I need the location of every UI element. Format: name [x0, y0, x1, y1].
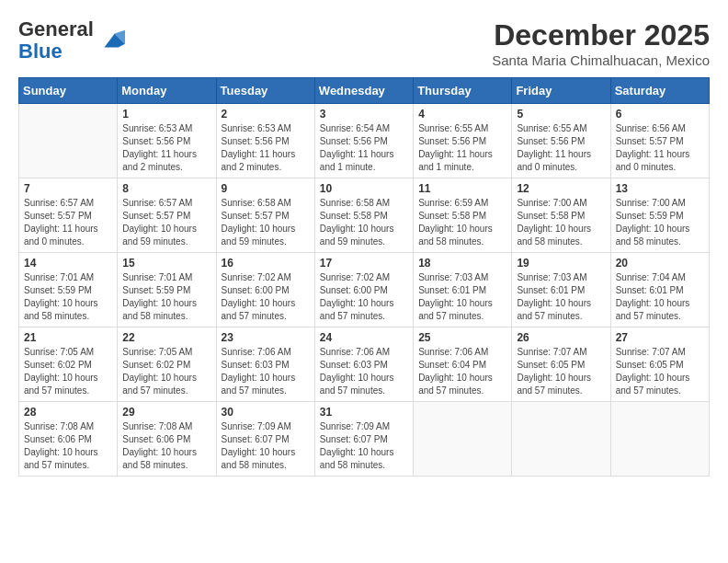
calendar-cell: 24Sunrise: 7:06 AM Sunset: 6:03 PM Dayli…: [314, 327, 413, 402]
day-info: Sunrise: 7:02 AM Sunset: 6:00 PM Dayligh…: [222, 271, 310, 323]
day-info: Sunrise: 6:57 AM Sunset: 5:57 PM Dayligh…: [24, 197, 112, 248]
day-number: 16: [222, 257, 310, 270]
calendar-cell: 5Sunrise: 6:55 AM Sunset: 5:56 PM Daylig…: [512, 104, 610, 178]
day-header-monday: Monday: [118, 78, 216, 104]
day-info: Sunrise: 6:55 AM Sunset: 5:56 PM Dayligh…: [418, 122, 506, 174]
calendar-cell: 12Sunrise: 7:00 AM Sunset: 5:58 PM Dayli…: [512, 178, 610, 253]
calendar-cell: 17Sunrise: 7:02 AM Sunset: 6:00 PM Dayli…: [314, 253, 413, 327]
day-number: 31: [320, 406, 408, 419]
day-info: Sunrise: 7:06 AM Sunset: 6:04 PM Dayligh…: [418, 346, 506, 397]
day-number: 15: [122, 257, 210, 270]
calendar-table: SundayMondayTuesdayWednesdayThursdayFrid…: [18, 77, 710, 477]
day-number: 17: [320, 257, 408, 270]
calendar-cell: 23Sunrise: 7:06 AM Sunset: 6:03 PM Dayli…: [216, 327, 314, 402]
logo: General Blue: [18, 18, 125, 63]
day-number: 27: [616, 331, 704, 344]
day-info: Sunrise: 6:55 AM Sunset: 5:56 PM Dayligh…: [517, 122, 605, 174]
calendar-week-row: 1Sunrise: 6:53 AM Sunset: 5:56 PM Daylig…: [19, 104, 710, 178]
day-info: Sunrise: 6:53 AM Sunset: 5:56 PM Dayligh…: [122, 122, 210, 174]
calendar-week-row: 7Sunrise: 6:57 AM Sunset: 5:57 PM Daylig…: [19, 178, 710, 253]
day-info: Sunrise: 6:56 AM Sunset: 5:57 PM Dayligh…: [616, 122, 704, 174]
day-info: Sunrise: 7:02 AM Sunset: 6:00 PM Dayligh…: [320, 271, 408, 323]
day-header-friday: Friday: [512, 78, 610, 104]
calendar-cell: 1Sunrise: 6:53 AM Sunset: 5:56 PM Daylig…: [118, 104, 216, 178]
day-number: 3: [320, 108, 408, 121]
logo-blue: Blue: [18, 40, 94, 63]
calendar-cell: 13Sunrise: 7:00 AM Sunset: 5:59 PM Dayli…: [610, 178, 709, 253]
day-number: 25: [418, 331, 506, 344]
day-number: 28: [24, 406, 112, 419]
day-number: 19: [517, 257, 605, 270]
calendar-week-row: 14Sunrise: 7:01 AM Sunset: 5:59 PM Dayli…: [19, 253, 710, 327]
day-info: Sunrise: 7:06 AM Sunset: 6:03 PM Dayligh…: [222, 346, 310, 397]
calendar-week-row: 28Sunrise: 7:08 AM Sunset: 6:06 PM Dayli…: [19, 402, 710, 477]
day-info: Sunrise: 7:00 AM Sunset: 5:59 PM Dayligh…: [616, 197, 704, 248]
calendar-cell: 31Sunrise: 7:09 AM Sunset: 6:07 PM Dayli…: [314, 402, 413, 477]
logo-text: General Blue: [18, 18, 94, 63]
day-number: 23: [222, 331, 310, 344]
day-number: 6: [616, 108, 704, 121]
day-number: 26: [517, 331, 605, 344]
day-number: 9: [222, 182, 310, 195]
day-number: 30: [222, 406, 310, 419]
day-info: Sunrise: 7:00 AM Sunset: 5:58 PM Dayligh…: [517, 197, 605, 248]
day-info: Sunrise: 7:03 AM Sunset: 6:01 PM Dayligh…: [517, 271, 605, 323]
day-header-saturday: Saturday: [610, 78, 709, 104]
calendar-cell: 6Sunrise: 6:56 AM Sunset: 5:57 PM Daylig…: [610, 104, 709, 178]
day-info: Sunrise: 6:57 AM Sunset: 5:57 PM Dayligh…: [122, 197, 210, 248]
logo-general: General: [18, 18, 94, 40]
calendar-cell: 19Sunrise: 7:03 AM Sunset: 6:01 PM Dayli…: [512, 253, 610, 327]
day-number: 2: [222, 108, 310, 121]
page-header: General Blue December 2025 Santa Maria C…: [18, 18, 710, 68]
day-info: Sunrise: 6:53 AM Sunset: 5:56 PM Dayligh…: [222, 122, 310, 174]
day-info: Sunrise: 6:54 AM Sunset: 5:56 PM Dayligh…: [320, 122, 408, 174]
day-number: 20: [616, 257, 704, 270]
title-section: December 2025 Santa Maria Chimalhuacan, …: [492, 18, 710, 68]
calendar-cell: 9Sunrise: 6:58 AM Sunset: 5:57 PM Daylig…: [216, 178, 314, 253]
calendar-cell: 27Sunrise: 7:07 AM Sunset: 6:05 PM Dayli…: [610, 327, 709, 402]
calendar-cell: 4Sunrise: 6:55 AM Sunset: 5:56 PM Daylig…: [414, 104, 512, 178]
day-info: Sunrise: 7:03 AM Sunset: 6:01 PM Dayligh…: [418, 271, 506, 323]
calendar-cell: 8Sunrise: 6:57 AM Sunset: 5:57 PM Daylig…: [118, 178, 216, 253]
calendar-cell: 15Sunrise: 7:01 AM Sunset: 5:59 PM Dayli…: [118, 253, 216, 327]
calendar-cell: 21Sunrise: 7:05 AM Sunset: 6:02 PM Dayli…: [19, 327, 118, 402]
day-number: 11: [418, 182, 506, 195]
calendar-cell: 28Sunrise: 7:08 AM Sunset: 6:06 PM Dayli…: [19, 402, 118, 477]
day-info: Sunrise: 7:04 AM Sunset: 6:01 PM Dayligh…: [616, 271, 704, 323]
day-info: Sunrise: 7:05 AM Sunset: 6:02 PM Dayligh…: [122, 346, 210, 397]
calendar-cell: 18Sunrise: 7:03 AM Sunset: 6:01 PM Dayli…: [414, 253, 512, 327]
day-number: 10: [320, 182, 408, 195]
day-header-sunday: Sunday: [19, 78, 118, 104]
day-info: Sunrise: 7:08 AM Sunset: 6:06 PM Dayligh…: [24, 420, 112, 472]
day-number: 1: [122, 108, 210, 121]
calendar-cell: 3Sunrise: 6:54 AM Sunset: 5:56 PM Daylig…: [314, 104, 413, 178]
day-info: Sunrise: 6:59 AM Sunset: 5:58 PM Dayligh…: [418, 197, 506, 248]
day-info: Sunrise: 6:58 AM Sunset: 5:57 PM Dayligh…: [222, 197, 310, 248]
day-number: 29: [122, 406, 210, 419]
day-number: 18: [418, 257, 506, 270]
calendar-cell: 14Sunrise: 7:01 AM Sunset: 5:59 PM Dayli…: [19, 253, 118, 327]
day-info: Sunrise: 7:06 AM Sunset: 6:03 PM Dayligh…: [320, 346, 408, 397]
calendar-cell: 10Sunrise: 6:58 AM Sunset: 5:58 PM Dayli…: [314, 178, 413, 253]
location-title: Santa Maria Chimalhuacan, Mexico: [492, 52, 710, 68]
calendar-cell: [19, 104, 118, 178]
day-number: 4: [418, 108, 506, 121]
logo-icon: [97, 27, 125, 54]
calendar-cell: 30Sunrise: 7:09 AM Sunset: 6:07 PM Dayli…: [216, 402, 314, 477]
calendar-cell: [512, 402, 610, 477]
calendar-cell: [414, 402, 512, 477]
day-info: Sunrise: 7:01 AM Sunset: 5:59 PM Dayligh…: [122, 271, 210, 323]
day-info: Sunrise: 7:01 AM Sunset: 5:59 PM Dayligh…: [24, 271, 112, 323]
day-number: 22: [122, 331, 210, 344]
calendar-cell: 16Sunrise: 7:02 AM Sunset: 6:00 PM Dayli…: [216, 253, 314, 327]
day-number: 12: [517, 182, 605, 195]
day-number: 5: [517, 108, 605, 121]
day-info: Sunrise: 7:08 AM Sunset: 6:06 PM Dayligh…: [122, 420, 210, 472]
calendar-cell: 2Sunrise: 6:53 AM Sunset: 5:56 PM Daylig…: [216, 104, 314, 178]
day-header-tuesday: Tuesday: [216, 78, 314, 104]
day-info: Sunrise: 6:58 AM Sunset: 5:58 PM Dayligh…: [320, 197, 408, 248]
day-number: 8: [122, 182, 210, 195]
day-header-wednesday: Wednesday: [314, 78, 413, 104]
day-number: 24: [320, 331, 408, 344]
day-info: Sunrise: 7:09 AM Sunset: 6:07 PM Dayligh…: [222, 420, 310, 472]
